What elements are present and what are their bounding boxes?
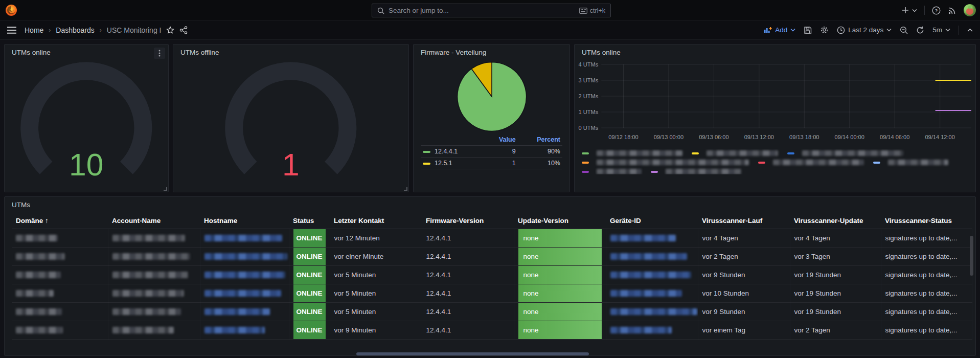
panel-title[interactable]: UTMs online — [575, 44, 975, 57]
cell-hostname[interactable] — [200, 284, 289, 303]
table-row[interactable]: ONLINE vor 5 Minuten 12.4.4.1 none vor 9… — [12, 266, 972, 284]
legend-label: 12.4.4.1 — [435, 148, 458, 155]
table-row[interactable]: ONLINE vor 12 Minuten 12.4.4.1 none vor … — [12, 229, 972, 248]
panel-resize-handle[interactable] — [164, 187, 167, 191]
column-header-virusscanner-lauf[interactable]: Virusscanner-Lauf — [698, 213, 790, 229]
chevron-down-icon — [945, 28, 950, 32]
save-dashboard-button[interactable] — [804, 26, 812, 34]
grafana-logo[interactable] — [0, 0, 22, 20]
gauge-value: 10 — [69, 147, 103, 182]
refresh-button[interactable] — [916, 26, 924, 34]
timeseries-legend-item[interactable] — [787, 150, 903, 156]
column-header-dom-ne[interactable]: Domäne ↑ — [12, 213, 108, 229]
legend-header-percent[interactable]: Percent — [518, 135, 562, 146]
panel-utms-online-gauge[interactable]: UTMs online 10 — [4, 44, 169, 192]
cell-device-id[interactable] — [606, 321, 698, 340]
user-avatar[interactable] — [964, 4, 976, 16]
cell-hostname[interactable] — [200, 266, 289, 284]
panel-resize-handle[interactable] — [404, 187, 407, 191]
panel-menu-button[interactable] — [154, 48, 165, 59]
panel-utms-table[interactable]: UTMs Domäne ↑Account-NameHostnameStatusL… — [4, 196, 976, 356]
column-header-status[interactable]: Status — [289, 213, 330, 229]
table-vertical-scrollbar[interactable] — [970, 236, 973, 276]
cell-hostname[interactable] — [200, 303, 289, 321]
table-row[interactable]: ONLINE vor 5 Minuten 12.4.4.1 none vor 1… — [12, 284, 972, 303]
cell-status: ONLINE — [289, 266, 330, 284]
collapse-toolbar-button[interactable] — [967, 28, 973, 32]
timeseries-legend-item[interactable] — [582, 150, 682, 156]
cell-device-id[interactable] — [606, 229, 698, 248]
table-row[interactable]: ONLINE vor 9 Minuten 12.4.4.1 none vor e… — [12, 321, 972, 340]
timeseries-legend-item[interactable] — [758, 160, 864, 165]
pie-legend-row[interactable]: 12.4.4.1 9 90% — [421, 146, 562, 158]
help-button[interactable]: ? — [932, 6, 941, 15]
legend-swatch — [423, 151, 430, 153]
add-panel-button[interactable]: Add — [764, 26, 795, 34]
cell-device-id[interactable] — [606, 303, 698, 321]
chevron-down-icon — [886, 28, 892, 32]
legend-swatch — [692, 152, 699, 154]
column-header-firmware-version[interactable]: Firmware-Version — [422, 213, 514, 229]
legend-header-value[interactable]: Value — [484, 135, 518, 146]
cell-device-id[interactable] — [606, 266, 698, 284]
legend-value: 9 — [484, 146, 518, 158]
cell-status: ONLINE — [289, 229, 330, 248]
cell-account — [108, 229, 200, 248]
svg-text:09/12 18:00: 09/12 18:00 — [608, 134, 638, 140]
menu-toggle[interactable] — [7, 27, 16, 34]
breadcrumb-dashboards[interactable]: Dashboards — [56, 26, 95, 34]
column-header-update-version[interactable]: Update-Version — [514, 213, 606, 229]
favorite-star-button[interactable] — [166, 26, 174, 34]
panel-title[interactable]: UTMs offline — [173, 44, 408, 57]
timeseries-legend-item[interactable] — [651, 169, 741, 174]
share-icon — [179, 26, 188, 34]
cell-account — [108, 284, 200, 303]
cell-virusscanner-update: vor 4 Tagen — [790, 229, 881, 248]
add-panel-icon — [764, 27, 772, 34]
panel-title[interactable]: Firmware - Verteilung — [414, 44, 569, 57]
panel-firmware-pie[interactable]: Firmware - Verteilung Value Percent — [413, 44, 570, 192]
panel-title[interactable]: UTMs online — [5, 44, 168, 57]
cell-hostname[interactable] — [200, 248, 289, 266]
column-header-virusscanner-status[interactable]: Virusscanner-Status — [881, 213, 972, 229]
column-header-hostname[interactable]: Hostname — [200, 213, 289, 229]
refresh-interval-picker[interactable]: 5m — [932, 26, 950, 34]
redacted-series-name — [597, 169, 642, 174]
gauge-online: 10 — [5, 57, 168, 184]
cell-domain — [12, 229, 108, 248]
panel-utms-online-timeseries[interactable]: UTMs online 4 UTMs3 UTMs2 UTMs1 UTMs0 UT… — [574, 44, 976, 192]
cell-firmware: 12.4.4.1 — [422, 321, 514, 340]
dashboard-settings-button[interactable] — [820, 26, 829, 34]
cell-hostname[interactable] — [200, 321, 289, 340]
timeseries-chart[interactable]: 4 UTMs3 UTMs2 UTMs1 UTMs0 UTMs09/12 18:0… — [575, 57, 975, 149]
timeseries-legend-item[interactable] — [582, 169, 642, 174]
cell-status: ONLINE — [289, 248, 330, 266]
cell-device-id[interactable] — [606, 284, 698, 303]
breadcrumb-separator: › — [49, 27, 51, 34]
breadcrumb-home[interactable]: Home — [25, 26, 43, 34]
panel-utms-offline-gauge[interactable]: UTMs offline 1 — [173, 44, 409, 192]
table-row[interactable]: ONLINE vor einer Minute 12.4.4.1 none vo… — [12, 248, 972, 266]
cell-hostname[interactable] — [200, 229, 289, 248]
table-row[interactable]: ONLINE vor 5 Minuten 12.4.4.1 none vor 9… — [12, 303, 972, 321]
news-button[interactable] — [948, 6, 956, 15]
timeseries-legend-item[interactable] — [582, 160, 749, 165]
cell-status: ONLINE — [289, 303, 330, 321]
column-header-virusscanner-update[interactable]: Virusscanner-Update — [790, 213, 881, 229]
new-button[interactable] — [902, 7, 917, 14]
column-header-account-name[interactable]: Account-Name — [108, 213, 200, 229]
zoom-out-button[interactable] — [900, 26, 908, 34]
panel-title[interactable]: UTMs — [5, 197, 975, 210]
time-range-picker[interactable]: Last 2 days — [837, 26, 892, 34]
column-header-letzter-kontakt[interactable]: Letzter Kontakt — [330, 213, 422, 229]
cell-device-id[interactable] — [606, 248, 698, 266]
share-button[interactable] — [179, 26, 188, 34]
search-input[interactable]: Search or jump to... ctrl+k — [372, 4, 611, 17]
cell-firmware: 12.4.4.1 — [422, 284, 514, 303]
timeseries-legend-item[interactable] — [873, 160, 948, 165]
table-horizontal-scrollbar[interactable] — [356, 352, 589, 355]
cell-virusscanner-update: vor 2 Tagen — [790, 321, 881, 340]
column-header-ger-te-id[interactable]: Geräte-ID — [606, 213, 698, 229]
pie-legend-row[interactable]: 12.5.1 1 10% — [421, 158, 562, 169]
timeseries-legend-item[interactable] — [692, 150, 778, 156]
